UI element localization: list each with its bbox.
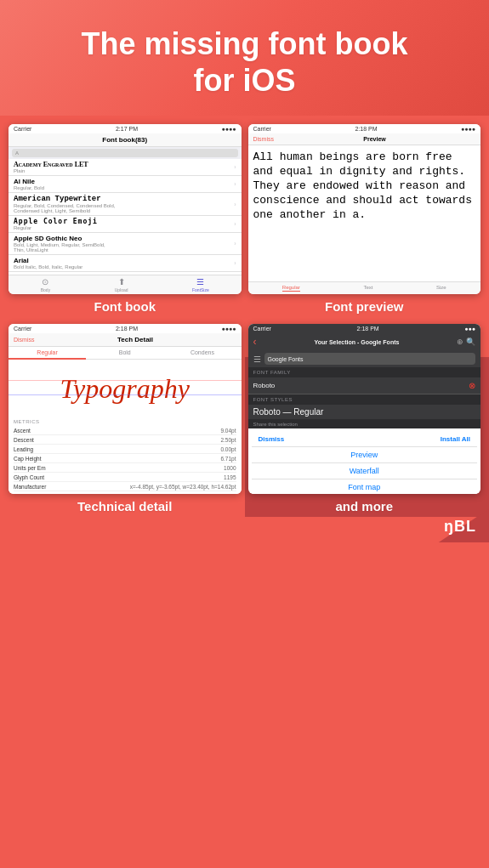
bottom-section: ŋBL bbox=[0, 517, 489, 542]
screenshot-tech: Carrier 2:18 PM ●●●● Dismiss Tech Detail… bbox=[9, 324, 242, 517]
screenshot-more: Carrier 2:18 PM ●●● ‹ Your Selection - G… bbox=[248, 324, 481, 517]
status-bar-3: Carrier 2:18 PM ●●●● bbox=[9, 324, 242, 333]
metric-descent: Descent 2.50pt bbox=[14, 435, 236, 445]
font-item-arial[interactable]: Arial Bold Italic, Bold, Italic, Regular… bbox=[9, 255, 242, 272]
segment-control: Regular Bold Condens bbox=[9, 347, 242, 360]
screenshot-fontbook: Carrier 2:17 PM ●●●● Font book(83) A Aca… bbox=[9, 124, 242, 317]
metric-capheight: Cap Height 6.71pt bbox=[14, 454, 236, 463]
screenshot-preview: Carrier 2:18 PM ●●●● Dismiss Preview All… bbox=[248, 124, 481, 317]
action-preview[interactable]: Preview bbox=[252, 447, 478, 463]
section-header-family: Font Family bbox=[248, 367, 481, 377]
font-family-row[interactable]: Roboto ⊗ bbox=[248, 377, 481, 394]
status-bar-2: Carrier 2:18 PM ●●●● bbox=[248, 124, 481, 133]
screenshots-section: Carrier 2:17 PM ●●●● Font book(83) A Aca… bbox=[0, 116, 489, 517]
caption-fontbook: Font book bbox=[94, 299, 156, 314]
hero-title: The missing font book for iOS bbox=[17, 26, 472, 99]
search-bar-dark: ☰ Google Fonts bbox=[248, 350, 481, 367]
phone-screen-tech: Carrier 2:18 PM ●●●● Dismiss Tech Detail… bbox=[9, 324, 242, 494]
tab-body[interactable]: ⊙ Body bbox=[41, 277, 50, 292]
share-header: Share this selection bbox=[248, 419, 481, 428]
nav-bar-4: ‹ Your Selection - Google Fonts ⊕ 🔍 bbox=[248, 333, 481, 350]
font-item-gothic[interactable]: Apple SD Gothic Neo Bold, Light, Medium,… bbox=[9, 233, 242, 255]
metric-ascent: Ascent 9.04pt bbox=[14, 426, 236, 435]
search-input-1[interactable]: A bbox=[12, 149, 238, 157]
search-bar-1: A bbox=[9, 147, 242, 159]
action-install-row[interactable]: Dismiss Install All bbox=[252, 432, 478, 447]
caption-more: and more bbox=[335, 499, 393, 513]
nav-bar-2: Dismiss Preview bbox=[248, 133, 481, 145]
metrics-section: METRICS Ascent 9.04pt Descent 2.50pt Lea… bbox=[9, 417, 242, 494]
hero-section: The missing font book for iOS bbox=[0, 0, 489, 116]
nav-bar-3: Dismiss Tech Detail bbox=[9, 333, 242, 347]
metric-underline: Underline Position -1.66pt bbox=[14, 491, 236, 494]
font-styles-section: Roboto — Regular bbox=[248, 405, 481, 419]
metric-unitsperem: Units per Em 1000 bbox=[14, 463, 236, 473]
nav-bar-1: Font book(83) bbox=[9, 133, 242, 147]
section-header-styles: Font Styles bbox=[248, 394, 481, 405]
phone-screen-fontbook: Carrier 2:17 PM ●●●● Font book(83) A Aca… bbox=[9, 124, 242, 294]
logo-area: ŋBL bbox=[444, 519, 476, 534]
preview-bottom-bar: Regular Text Size bbox=[248, 281, 481, 294]
typography-display: Typography bbox=[9, 360, 242, 417]
font-item-emoji[interactable]: Apple Color Emoji Regular › bbox=[9, 216, 242, 233]
phone-screen-more: Carrier 2:18 PM ●●● ‹ Your Selection - G… bbox=[248, 324, 481, 494]
caption-preview: Font preview bbox=[325, 299, 404, 314]
status-bar-4: Carrier 2:18 PM ●●● bbox=[248, 324, 481, 333]
tab-bar-1: ⊙ Body ⬆ Upload ☰ FontSize bbox=[9, 275, 242, 294]
screenshots-grid: Carrier 2:17 PM ●●●● Font book(83) A Aca… bbox=[9, 124, 480, 517]
font-item-typewriter[interactable]: American Typewriter Regular, Bold, Conde… bbox=[9, 193, 242, 216]
action-fontmap[interactable]: Font map bbox=[252, 479, 478, 494]
action-sheet: Dismiss Install All Preview Waterfall Fo… bbox=[252, 432, 478, 494]
action-waterfall[interactable]: Waterfall bbox=[252, 463, 478, 479]
tab-fontsize[interactable]: ☰ FontSize bbox=[192, 277, 209, 292]
preview-content: All human beings are born free and equal… bbox=[248, 145, 481, 273]
caption-tech: Technical detail bbox=[77, 499, 172, 513]
font-item-academy[interactable]: Academy Engraved LET Plain › bbox=[9, 159, 242, 176]
search-input-dark[interactable]: Google Fonts bbox=[264, 353, 476, 365]
phone-screen-preview: Carrier 2:18 PM ●●●● Dismiss Preview All… bbox=[248, 124, 481, 294]
font-item-alnile[interactable]: Al Nile Regular, Bold › bbox=[9, 176, 242, 193]
status-bar-1: Carrier 2:17 PM ●●●● bbox=[9, 124, 242, 133]
metric-manufacturer: Manufacturer x=-4.85pt, y=-3.65pt, w=23.… bbox=[14, 482, 236, 491]
metric-glyphcount: Glyph Count 1195 bbox=[14, 473, 236, 482]
metric-leading: Leading 0.00pt bbox=[14, 445, 236, 454]
tab-upload[interactable]: ⬆ Upload bbox=[115, 277, 128, 292]
